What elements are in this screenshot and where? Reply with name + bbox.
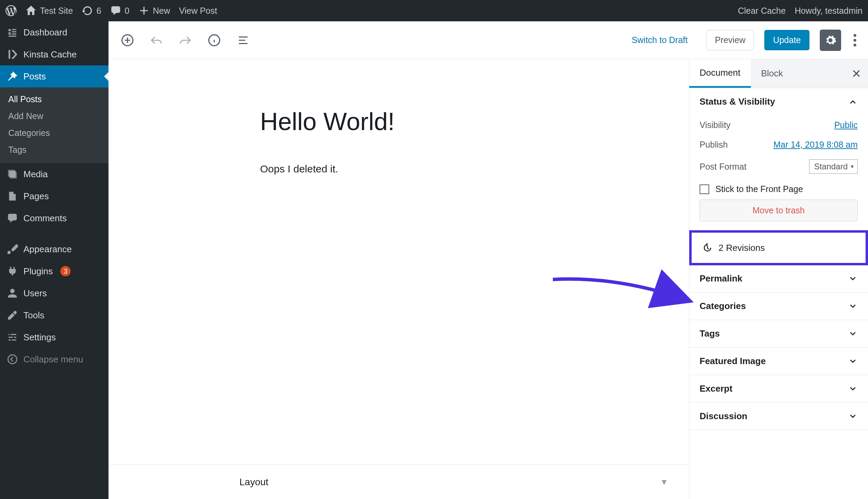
redo-icon <box>179 34 192 47</box>
section-discussion[interactable]: Discussion <box>689 403 868 430</box>
info-button[interactable] <box>205 31 224 50</box>
gear-icon <box>824 34 837 46</box>
layout-metabox[interactable]: Layout ▼ <box>108 465 689 499</box>
new-link[interactable]: New <box>138 5 170 16</box>
revisions-label: 2 Revisions <box>719 243 765 253</box>
settings-panel: Document Block ✕ Status & Visibility Vis… <box>689 59 868 499</box>
section-categories[interactable]: Categories <box>689 293 868 320</box>
comments-link[interactable]: 0 <box>110 5 130 16</box>
clear-cache-link[interactable]: Clear Cache <box>738 6 786 16</box>
pin-icon <box>7 71 18 82</box>
plus-circle-icon <box>121 34 134 47</box>
sidebar-comments[interactable]: Comments <box>0 207 108 229</box>
switch-draft-button[interactable]: Switch to Draft <box>623 30 696 50</box>
chevron-down-icon <box>848 274 858 284</box>
brush-icon <box>7 244 18 255</box>
sliders-icon <box>7 332 18 343</box>
sidebar-appearance[interactable]: Appearance <box>0 238 108 260</box>
chevron-down-icon: ▼ <box>660 477 668 487</box>
sidebar-all-posts[interactable]: All Posts <box>0 91 108 108</box>
comment-icon <box>110 5 121 16</box>
site-link[interactable]: Test Site <box>25 5 73 16</box>
more-menu-button[interactable] <box>851 34 858 46</box>
section-featured[interactable]: Featured Image <box>689 348 868 375</box>
trash-button[interactable]: Move to trash <box>700 200 858 221</box>
revisions-button[interactable]: 2 Revisions <box>689 230 868 265</box>
user-icon <box>7 288 18 299</box>
admin-sidebar: Dashboard Kinsta Cache Posts All Posts A… <box>0 21 108 499</box>
update-icon <box>82 5 93 16</box>
section-permalink[interactable]: Permalink <box>689 265 868 292</box>
section-status-header[interactable]: Status & Visibility <box>689 88 868 115</box>
sidebar-collapse[interactable]: Collapse menu <box>0 348 108 370</box>
sidebar-users[interactable]: Users <box>0 282 108 304</box>
wrench-icon <box>7 310 18 321</box>
visibility-value[interactable]: Public <box>834 120 858 130</box>
wordpress-icon <box>6 5 17 16</box>
post-title[interactable]: Hello World! <box>260 107 618 136</box>
post-body[interactable]: Oops I deleted it. <box>260 163 618 175</box>
section-excerpt[interactable]: Excerpt <box>689 375 868 402</box>
visibility-label: Visibility <box>700 120 731 130</box>
media-icon <box>7 169 18 180</box>
chevron-down-icon <box>848 357 858 366</box>
section-tags[interactable]: Tags <box>689 320 868 347</box>
update-button[interactable]: Update <box>764 30 809 50</box>
sidebar-settings[interactable]: Settings <box>0 326 108 348</box>
chevron-up-icon <box>848 97 858 107</box>
sidebar-add-new[interactable]: Add New <box>0 108 108 125</box>
publish-value[interactable]: Mar 14, 2019 8:08 am <box>773 140 858 150</box>
sidebar-tags[interactable]: Tags <box>0 141 108 158</box>
stick-row[interactable]: Stick to the Front Page <box>700 179 858 200</box>
tab-block[interactable]: Block <box>751 59 794 88</box>
redo-button[interactable] <box>176 31 195 50</box>
sidebar-posts[interactable]: Posts <box>0 65 108 87</box>
chevron-down-icon <box>848 384 858 394</box>
history-icon <box>702 242 713 253</box>
preview-button[interactable]: Preview <box>706 30 754 50</box>
sidebar-media[interactable]: Media <box>0 163 108 185</box>
chevron-down-icon <box>848 329 858 339</box>
plugins-badge: 3 <box>60 266 71 276</box>
updates-link[interactable]: 6 <box>82 5 101 16</box>
collapse-icon <box>7 354 18 365</box>
sidebar-plugins[interactable]: Plugins3 <box>0 260 108 282</box>
settings-toggle-button[interactable] <box>820 30 841 51</box>
updates-count: 6 <box>96 6 101 16</box>
editor-canvas[interactable]: Hello World! Oops I deleted it. <box>108 59 689 499</box>
format-label: Post Format <box>700 162 746 172</box>
undo-button[interactable] <box>147 31 166 50</box>
dashboard-icon <box>7 27 18 38</box>
section-status: Status & Visibility VisibilityPublic Pub… <box>689 88 868 231</box>
admin-bar: Test Site 6 0 New View Post Clear Cache … <box>0 0 868 21</box>
panel-tabs: Document Block ✕ <box>689 59 868 88</box>
list-icon <box>237 34 250 47</box>
add-block-button[interactable] <box>118 31 137 50</box>
plus-icon <box>138 5 149 16</box>
undo-icon <box>150 34 163 47</box>
layout-label: Layout <box>239 477 268 488</box>
editor-toolbar: Switch to Draft Preview Update <box>108 21 868 59</box>
sidebar-kinsta[interactable]: Kinsta Cache <box>0 43 108 65</box>
checkbox-icon <box>700 184 709 194</box>
sidebar-dashboard[interactable]: Dashboard <box>0 21 108 43</box>
howdy-link[interactable]: Howdy, testadmin <box>795 6 862 16</box>
chevron-down-icon <box>848 301 858 311</box>
editor-main: Switch to Draft Preview Update Hello Wor… <box>108 21 868 499</box>
tab-document[interactable]: Document <box>689 59 751 88</box>
wp-logo[interactable] <box>6 5 17 16</box>
kinsta-icon <box>7 49 18 60</box>
publish-label: Publish <box>700 140 728 150</box>
svg-point-0 <box>8 355 17 364</box>
site-name: Test Site <box>40 6 73 16</box>
outline-button[interactable] <box>234 31 252 50</box>
sidebar-tools[interactable]: Tools <box>0 304 108 326</box>
comments-count: 0 <box>125 6 130 16</box>
close-panel-button[interactable]: ✕ <box>851 67 861 81</box>
sidebar-categories[interactable]: Categories <box>0 125 108 141</box>
format-select[interactable]: Standard <box>809 159 858 174</box>
view-post-link[interactable]: View Post <box>179 6 217 16</box>
sidebar-pages[interactable]: Pages <box>0 185 108 207</box>
home-icon <box>25 5 37 16</box>
comments-icon <box>7 213 18 224</box>
